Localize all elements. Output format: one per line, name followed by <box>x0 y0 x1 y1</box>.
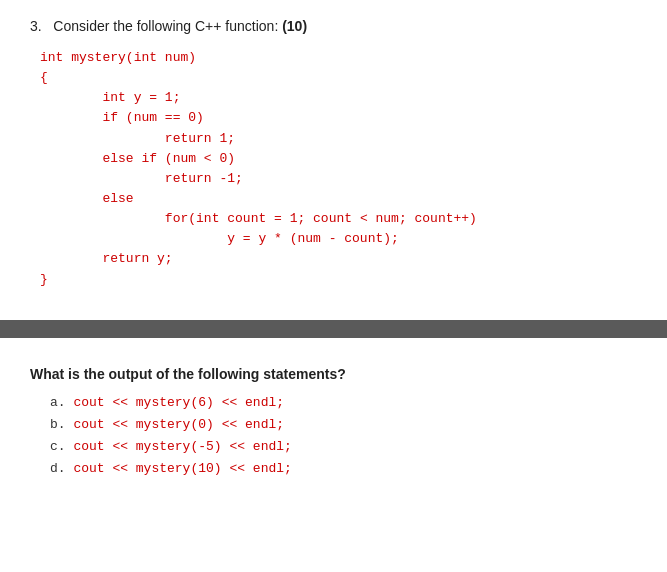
code-block: int mystery(int num) { int y = 1; if (nu… <box>30 48 637 290</box>
bottom-section: What is the output of the following stat… <box>0 338 667 500</box>
code-line-1: int mystery(int num) <box>40 48 637 68</box>
code-line-7: return -1; <box>40 169 637 189</box>
code-line-4: if (num == 0) <box>40 108 637 128</box>
answer-part-b: b. cout << mystery(0) << endl; <box>50 414 637 436</box>
question-number: 3. <box>30 18 42 34</box>
top-section: 3. Consider the following C++ function: … <box>0 0 667 310</box>
code-line-6: else if (num < 0) <box>40 149 637 169</box>
code-line-3: int y = 1; <box>40 88 637 108</box>
code-line-9: for(int count = 1; count < num; count++) <box>40 209 637 229</box>
code-line-11: return y; <box>40 249 637 269</box>
code-line-8: else <box>40 189 637 209</box>
sub-question-text: What is the output of the following stat… <box>30 366 637 382</box>
section-divider <box>0 320 667 338</box>
answer-block: a. cout << mystery(6) << endl; b. cout <… <box>30 392 637 480</box>
code-line-12: } <box>40 270 637 290</box>
code-line-2: { <box>40 68 637 88</box>
question-points: (10) <box>282 18 307 34</box>
answer-part-c: c. cout << mystery(-5) << endl; <box>50 436 637 458</box>
answer-part-a: a. cout << mystery(6) << endl; <box>50 392 637 414</box>
question-text: Consider the following C++ function: <box>53 18 278 34</box>
code-line-5: return 1; <box>40 129 637 149</box>
answer-part-d: d. cout << mystery(10) << endl; <box>50 458 637 480</box>
code-line-10: y = y * (num - count); <box>40 229 637 249</box>
question-header: 3. Consider the following C++ function: … <box>30 18 637 34</box>
